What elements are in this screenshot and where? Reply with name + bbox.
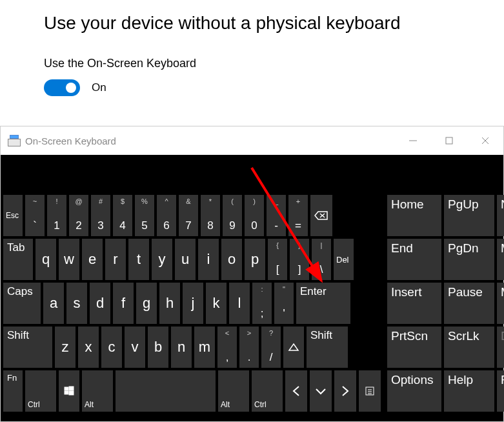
key-'[interactable]: "': [274, 283, 294, 324]
key-tab[interactable]: Tab: [3, 239, 33, 280]
key-7[interactable]: &7: [179, 195, 198, 236]
key-5[interactable]: %5: [135, 195, 154, 236]
svg-rect-7: [69, 387, 74, 390]
key-help[interactable]: Help: [444, 370, 494, 412]
key-mv-up[interactable]: Mv Up: [497, 239, 504, 280]
key-arrow-right[interactable]: [334, 370, 356, 412]
key-c[interactable]: c: [101, 327, 122, 368]
minimize-button[interactable]: [395, 126, 431, 155]
key-arrow-down[interactable]: [310, 370, 332, 412]
key-arrow-up[interactable]: [283, 327, 304, 368]
key-menu[interactable]: [359, 370, 381, 412]
key-del[interactable]: Del: [334, 239, 354, 280]
key-m[interactable]: m: [194, 327, 215, 368]
key-.[interactable]: >.: [239, 327, 259, 368]
key-space[interactable]: [116, 370, 216, 412]
key-\[interactable]: |\: [312, 239, 331, 280]
key-insert[interactable]: Insert: [387, 283, 441, 324]
key-alt-left[interactable]: Alt: [82, 370, 113, 412]
key-pgdn[interactable]: PgDn: [444, 239, 494, 280]
key-2[interactable]: @2: [69, 195, 88, 236]
key-options[interactable]: Options: [387, 370, 441, 412]
key-;[interactable]: :;: [252, 283, 272, 324]
key--[interactable]: _-: [267, 195, 286, 236]
key-d[interactable]: d: [90, 283, 110, 324]
key-j[interactable]: j: [183, 283, 203, 324]
key-g[interactable]: g: [136, 283, 157, 324]
svg-rect-9: [69, 391, 74, 395]
key-6[interactable]: ^6: [157, 195, 176, 236]
key-w[interactable]: w: [59, 239, 79, 280]
osk-toggle-state: On: [92, 81, 106, 94]
key-t[interactable]: t: [128, 239, 149, 280]
key-/[interactable]: ?/: [261, 327, 281, 368]
key-arrow-left[interactable]: [285, 370, 307, 412]
osk-toggle-label: Use the On-Screen Keyboard: [44, 57, 504, 70]
key-8[interactable]: *8: [201, 195, 220, 236]
key-v[interactable]: v: [125, 327, 145, 368]
key-q[interactable]: q: [35, 239, 56, 280]
key-1[interactable]: !1: [47, 195, 66, 236]
key-[[interactable]: {[: [268, 239, 287, 280]
osk-window-title: On-Screen Keyboard: [25, 136, 116, 146]
key-e[interactable]: e: [82, 239, 103, 280]
key-b[interactable]: b: [148, 327, 168, 368]
key-windows[interactable]: [59, 370, 79, 412]
key-pgup[interactable]: PgUp: [444, 195, 494, 236]
key-0[interactable]: )0: [245, 195, 264, 236]
key-l[interactable]: l: [229, 283, 250, 324]
key-k[interactable]: k: [206, 283, 227, 324]
key-caps[interactable]: Caps: [3, 283, 41, 324]
key-r[interactable]: r: [105, 239, 126, 280]
key-n[interactable]: n: [171, 327, 192, 368]
key-alt-right[interactable]: Alt: [218, 370, 249, 412]
key-fn[interactable]: Fn: [3, 370, 23, 412]
key-4[interactable]: $4: [113, 195, 132, 236]
key-i[interactable]: i: [198, 239, 219, 280]
toggle-thumb: [66, 83, 76, 93]
key-`[interactable]: ~`: [25, 195, 45, 236]
key-ctrl-left[interactable]: Ctrl: [25, 370, 56, 412]
key-9[interactable]: (9: [223, 195, 242, 236]
key-x[interactable]: x: [78, 327, 99, 368]
svg-rect-6: [65, 387, 68, 390]
key-a[interactable]: a: [43, 283, 64, 324]
key-dock[interactable]: Dock: [497, 327, 504, 368]
close-button[interactable]: [467, 126, 503, 155]
key-pause[interactable]: Pause: [444, 283, 494, 324]
key-][interactable]: }]: [290, 239, 309, 280]
key-scrlk[interactable]: ScrLk: [444, 327, 494, 368]
key-enter[interactable]: Enter: [296, 283, 350, 324]
key-shift-right[interactable]: Shift: [307, 327, 348, 368]
maximize-button[interactable]: [431, 126, 467, 155]
key-h[interactable]: h: [159, 283, 180, 324]
osk-window: On-Screen Keyboard Esc~`!1@2#3$4%5^6&7*8…: [0, 126, 504, 422]
osk-body: Esc~`!1@2#3$4%5^6&7*8(9)0_-+=Tabqwertyui…: [1, 155, 503, 421]
key-nav[interactable]: Nav: [497, 195, 504, 236]
svg-rect-8: [65, 391, 68, 394]
key-end[interactable]: End: [387, 239, 441, 280]
osk-toggle[interactable]: [44, 79, 80, 96]
key-y[interactable]: y: [152, 239, 172, 280]
settings-heading: Use your device without a physical keybo…: [44, 13, 504, 34]
key-z[interactable]: z: [55, 327, 76, 368]
key-,[interactable]: <,: [217, 327, 237, 368]
osk-titlebar: On-Screen Keyboard: [1, 126, 503, 155]
key-ctrl-right[interactable]: Ctrl: [252, 370, 283, 412]
key-o[interactable]: o: [221, 239, 242, 280]
key-u[interactable]: u: [175, 239, 196, 280]
key-home[interactable]: Home: [387, 195, 441, 236]
key-s[interactable]: s: [66, 283, 87, 324]
key-f[interactable]: f: [113, 283, 134, 324]
key-shift-left[interactable]: Shift: [3, 327, 52, 368]
key-esc[interactable]: Esc: [3, 195, 23, 236]
key-3[interactable]: #3: [91, 195, 110, 236]
key-backspace[interactable]: [310, 195, 332, 236]
key-p[interactable]: p: [245, 239, 265, 280]
svg-rect-1: [446, 137, 452, 144]
key-=[interactable]: +=: [288, 195, 308, 236]
key-prtscn[interactable]: PrtScn: [387, 327, 441, 368]
osk-app-icon: [7, 135, 21, 146]
key-mv-dn[interactable]: Mv Dn: [497, 283, 504, 324]
key-fade[interactable]: Fade: [497, 370, 504, 412]
